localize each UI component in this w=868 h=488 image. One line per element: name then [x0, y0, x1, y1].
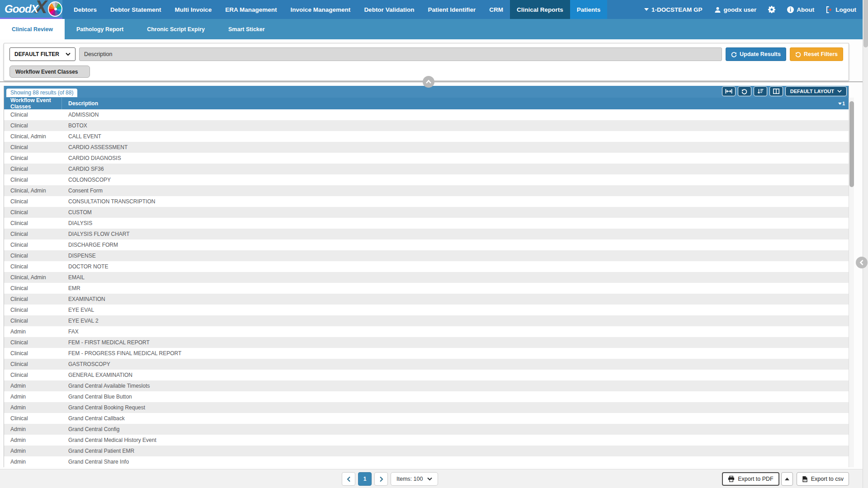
column-header-workflow-classes[interactable]: Workflow Event Classes [4, 98, 62, 109]
table-row[interactable]: ClinicalEXAMINATION [4, 294, 849, 305]
pagination: 1 Items: 100 [342, 472, 438, 486]
cell-description: GASTROSCOPY [62, 359, 849, 370]
reset-filters-button[interactable]: Reset Filters [790, 47, 843, 61]
cell-description: Grand Central Config [62, 424, 849, 435]
nav-item-clinical-reports[interactable]: Clinical Reports [510, 0, 570, 19]
table-row[interactable]: ClinicalGASTROSCOPY [4, 359, 849, 370]
layout-select[interactable]: DEFAULT LAYOUT [785, 86, 847, 96]
cell-description: FAX [62, 326, 849, 337]
filter-row: DEFAULT FILTER Update Results Reset Filt… [9, 47, 843, 61]
table-row[interactable]: ClinicalDISCHARGE FORM [4, 239, 849, 250]
workflow-events-table: ClinicalADMISSIONClinicalBOTOXClinical, … [4, 109, 849, 467]
tab-clinical-review[interactable]: Clinical Review [0, 19, 65, 39]
page-scrollbar[interactable] [863, 0, 868, 488]
tab-pathology-report[interactable]: Pathology Report [65, 19, 135, 39]
printer-icon [728, 476, 735, 482]
user-menu[interactable]: goodx user [714, 6, 757, 13]
brand-text: GoodX [5, 3, 38, 15]
filter-preset-select[interactable]: DEFAULT FILTER [9, 47, 75, 61]
nav-item-debtors[interactable]: Debtors [67, 0, 104, 19]
table-row[interactable]: ClinicalDOCTOR NOTE [4, 261, 849, 272]
table-scrollbar[interactable] [849, 98, 854, 467]
table-row[interactable]: ClinicalDIALYSIS FLOW CHART [4, 229, 849, 239]
goodx-logo[interactable]: GoodX X [0, 0, 62, 19]
nav-item-multi-invoice[interactable]: Multi Invoice [168, 0, 219, 19]
tab-smart-sticker[interactable]: Smart Sticker [217, 19, 277, 39]
table-row[interactable]: ClinicalDIALYSIS [4, 218, 849, 229]
table-row[interactable]: ClinicalEYE EVAL 2 [4, 315, 849, 326]
current-page-button[interactable]: 1 [358, 472, 372, 486]
table-row[interactable]: Clinical, AdminCALL EVENT [4, 131, 849, 142]
table-row[interactable]: ClinicalEMR [4, 283, 849, 294]
table-row[interactable]: ClinicalCARDIO SF36 [4, 164, 849, 174]
cell-workflow-class: Clinical, Admin [4, 131, 62, 142]
previous-page-button[interactable] [342, 472, 355, 486]
table-row[interactable]: Clinical, AdminConsent Form [4, 185, 849, 196]
reset-grid-button[interactable] [738, 86, 751, 96]
grid-toolbar: DEFAULT LAYOUT [722, 86, 847, 96]
table-row[interactable]: ClinicalCARDIO ASSESSMENT [4, 142, 849, 153]
sort-indicator[interactable]: 1 [838, 98, 845, 109]
table-row[interactable]: ClinicalBOTOX [4, 120, 849, 131]
nav-item-patient-identifier[interactable]: Patient Identifier [421, 0, 482, 19]
page-scrollbar-thumb[interactable] [863, 0, 868, 47]
table-row[interactable]: AdminGrand Central Share Info [4, 456, 849, 467]
export-pdf-options-button[interactable] [781, 472, 793, 486]
cell-workflow-class: Clinical [4, 153, 62, 164]
nav-item-debtor-validation[interactable]: Debtor Validation [357, 0, 421, 19]
nav-item-invoice-management[interactable]: Invoice Management [284, 0, 358, 19]
table-row[interactable]: AdminGrand Central Booking Request [4, 402, 849, 413]
column-header-description[interactable]: Description [62, 98, 838, 109]
cell-description: FEM - PROGRESS FINAL MEDICAL REPORT [62, 348, 849, 359]
collapse-filter-handle[interactable] [423, 76, 434, 88]
sort-amount-icon [757, 89, 764, 94]
collapse-side-panel-handle[interactable] [856, 257, 868, 268]
table-row[interactable]: ClinicalCARDIO DIAGNOSIS [4, 153, 849, 164]
fit-columns-button[interactable] [722, 86, 736, 96]
items-per-page-select[interactable]: Items: 100 [391, 472, 438, 486]
table-scrollbar-thumb[interactable] [849, 101, 854, 187]
settings-button[interactable] [768, 6, 775, 13]
workflow-event-classes-filter[interactable]: Workflow Event Classes [9, 66, 90, 78]
export-csv-button[interactable]: csv Export to csv [797, 472, 849, 486]
table-row[interactable]: AdminGrand Central Available Timeslots [4, 380, 849, 391]
tab-chronic-script-expiry[interactable]: Chronic Script Expiry [135, 19, 217, 39]
cell-workflow-class: Admin [4, 380, 62, 391]
practice-selector[interactable]: 1-DOCSTEAM GP [644, 6, 703, 13]
filter-preset-value: DEFAULT FILTER [14, 51, 59, 57]
table-row[interactable]: ClinicalCUSTOM [4, 207, 849, 218]
logout-button[interactable]: Logout [826, 6, 856, 13]
nav-item-debtor-statement[interactable]: Debtor Statement [104, 0, 168, 19]
about-menu[interactable]: About [787, 6, 814, 13]
sort-button[interactable] [754, 86, 767, 96]
table-row[interactable]: ClinicalEYE EVAL [4, 305, 849, 315]
table-row[interactable]: Clinical, AdminEMAIL [4, 272, 849, 283]
nav-item-patients[interactable]: Patients [570, 0, 608, 19]
table-row[interactable]: ClinicalCONSULTATION TRANSCRIPTION [4, 196, 849, 207]
table-row[interactable]: ClinicalFEM - PROGRESS FINAL MEDICAL REP… [4, 348, 849, 359]
table-row[interactable]: AdminGrand Central Patient EMR [4, 446, 849, 456]
file-csv-icon: csv [802, 476, 808, 483]
cell-description: DIALYSIS [62, 218, 849, 229]
table-row[interactable]: AdminGrand Central Config [4, 424, 849, 435]
nav-item-era-management[interactable]: ERA Management [218, 0, 283, 19]
next-page-button[interactable] [374, 472, 388, 486]
update-results-button[interactable]: Update Results [726, 47, 786, 61]
table-row[interactable]: ClinicalFEM - FIRST MEDICAL REPORT [4, 337, 849, 348]
description-input[interactable] [79, 47, 722, 61]
table-row[interactable]: AdminGrand Central Medical History Event [4, 435, 849, 446]
cell-description: EYE EVAL 2 [62, 315, 849, 326]
table-row[interactable]: ClinicalGrand Central Callback [4, 413, 849, 424]
table-row[interactable]: ClinicalADMISSION [4, 109, 849, 120]
table-row[interactable]: AdminGrand Central Blue Button [4, 391, 849, 402]
table-row[interactable]: AdminFAX [4, 326, 849, 337]
table-row[interactable]: ClinicalGENERAL EXAMINATION [4, 370, 849, 380]
cell-description: Consent Form [62, 185, 849, 196]
nav-item-crm[interactable]: CRM [482, 0, 510, 19]
columns-button[interactable] [769, 86, 783, 96]
table-row[interactable]: ClinicalDISPENSE [4, 250, 849, 261]
cell-workflow-class: Clinical, Admin [4, 272, 62, 283]
cell-workflow-class: Clinical [4, 315, 62, 326]
table-row[interactable]: ClinicalCOLONOSCOPY [4, 174, 849, 185]
export-pdf-button[interactable]: Export to PDF [722, 472, 779, 486]
